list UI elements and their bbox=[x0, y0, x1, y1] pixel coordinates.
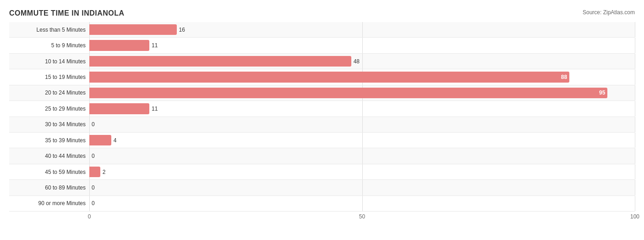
bar-value-label: 0 bbox=[92, 200, 95, 207]
bar-label: 25 to 29 Minutes bbox=[9, 106, 89, 112]
bar-row: 90 or more Minutes0 bbox=[9, 196, 635, 212]
bar-value-label: 0 bbox=[92, 184, 95, 191]
bar-label: 10 to 14 Minutes bbox=[9, 58, 89, 65]
bar-label: 15 to 19 Minutes bbox=[9, 74, 89, 80]
bar-row: 45 to 59 Minutes2 bbox=[9, 164, 635, 180]
bar-fill: 88 bbox=[89, 72, 569, 82]
chart-container: COMMUTE TIME IN INDIANOLA Source: ZipAtl… bbox=[0, 0, 644, 240]
bar-label: 35 to 39 Minutes bbox=[9, 137, 89, 144]
bar-row: 30 to 34 Minutes0 bbox=[9, 117, 635, 133]
bar-track: 95 bbox=[89, 85, 635, 100]
bar-track: 2 bbox=[89, 164, 635, 179]
source-label: Source: ZipAtlas.com bbox=[583, 9, 635, 16]
bar-track: 0 bbox=[89, 196, 635, 211]
bar-row: 20 to 24 Minutes95 bbox=[9, 85, 635, 101]
chart-area: Less than 5 Minutes165 to 9 Minutes1110 … bbox=[9, 22, 635, 212]
bar-value-label: 11 bbox=[152, 42, 158, 49]
bar-track: 16 bbox=[89, 22, 635, 37]
bar-label: Less than 5 Minutes bbox=[9, 27, 89, 33]
bar-track: 0 bbox=[89, 180, 635, 195]
x-axis: 050100 bbox=[89, 213, 635, 223]
bar-value-label: 48 bbox=[354, 58, 360, 65]
bar-value-label: 16 bbox=[179, 27, 185, 33]
bar-label: 5 to 9 Minutes bbox=[9, 42, 89, 49]
bar-fill bbox=[89, 103, 149, 114]
bar-label: 60 to 89 Minutes bbox=[9, 184, 89, 191]
bar-fill bbox=[89, 135, 111, 145]
chart-title: COMMUTE TIME IN INDIANOLA bbox=[9, 9, 635, 17]
bar-track: 0 bbox=[89, 148, 635, 163]
x-tick: 50 bbox=[359, 213, 365, 220]
bar-value-label: 0 bbox=[92, 153, 95, 159]
bar-row: 25 to 29 Minutes11 bbox=[9, 101, 635, 117]
bar-row: 40 to 44 Minutes0 bbox=[9, 148, 635, 164]
bar-value-label: 88 bbox=[561, 74, 567, 80]
bar-track: 11 bbox=[89, 101, 635, 116]
bar-fill: 95 bbox=[89, 88, 607, 98]
bar-value-label: 4 bbox=[114, 137, 117, 144]
bar-track: 11 bbox=[89, 38, 635, 53]
bar-track: 88 bbox=[89, 69, 635, 84]
x-tick: 0 bbox=[88, 213, 91, 220]
bar-row: 10 to 14 Minutes48 bbox=[9, 54, 635, 69]
bar-row: Less than 5 Minutes16 bbox=[9, 22, 635, 38]
bar-fill bbox=[89, 56, 351, 67]
x-tick: 100 bbox=[630, 213, 639, 220]
bar-label: 20 to 24 Minutes bbox=[9, 89, 89, 96]
bar-track: 0 bbox=[89, 117, 635, 132]
bar-row: 15 to 19 Minutes88 bbox=[9, 69, 635, 85]
bar-value-label: 2 bbox=[103, 169, 106, 175]
bar-value-label: 11 bbox=[152, 106, 158, 112]
bar-value-label: 95 bbox=[599, 89, 605, 96]
bar-value-label: 0 bbox=[92, 121, 95, 128]
bar-label: 40 to 44 Minutes bbox=[9, 153, 89, 159]
bar-label: 45 to 59 Minutes bbox=[9, 169, 89, 175]
bar-fill bbox=[89, 167, 100, 177]
bar-fill bbox=[89, 24, 177, 35]
bar-row: 60 to 89 Minutes0 bbox=[9, 180, 635, 195]
bar-label: 90 or more Minutes bbox=[9, 200, 89, 207]
bar-track: 48 bbox=[89, 54, 635, 69]
bar-row: 35 to 39 Minutes4 bbox=[9, 133, 635, 148]
bar-label: 30 to 34 Minutes bbox=[9, 121, 89, 128]
bar-track: 4 bbox=[89, 133, 635, 148]
bar-fill bbox=[89, 40, 149, 50]
bar-row: 5 to 9 Minutes11 bbox=[9, 38, 635, 53]
